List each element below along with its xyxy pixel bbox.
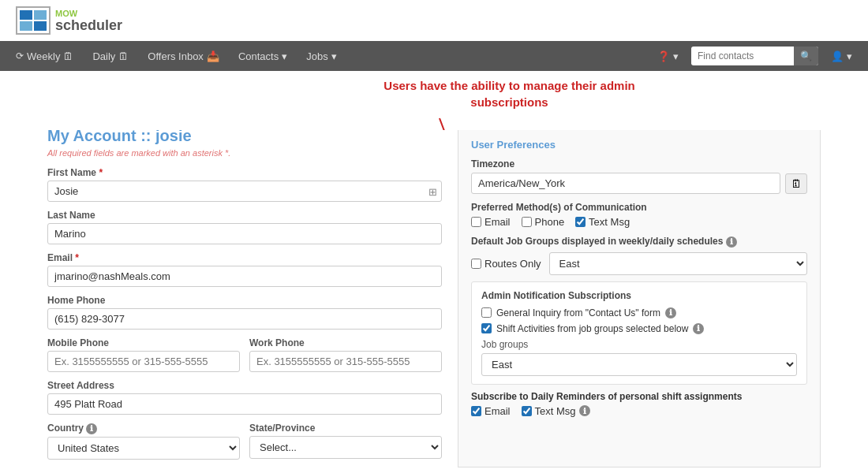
street-input[interactable] [47,393,442,415]
inbox-icon: 📥 [207,50,219,62]
daily-textmsg-label[interactable]: Text Msg ℹ [522,405,590,417]
first-name-input-wrap: ⊞ [47,181,442,202]
search-button[interactable]: 🔍 [794,47,818,65]
mobile-phone-input[interactable] [47,351,240,372]
shift-activities-info-icon[interactable]: ℹ [693,323,704,334]
last-name-input[interactable] [47,223,442,244]
logo-bar: MOW scheduler [0,0,868,41]
nav-item-contacts[interactable]: Contacts ▾ [230,46,295,67]
daily-textmsg-info-icon[interactable]: ℹ [579,405,590,416]
email-label: Email * [47,252,442,263]
daily-textmsg-checkbox[interactable] [522,406,532,416]
email-input[interactable] [47,266,442,287]
comm-label: Preferred Method(s) of Communication [471,202,807,213]
job-groups-sub-select[interactable]: East [481,353,797,376]
logo-text: MOW scheduler [55,9,122,32]
timezone-label: Timezone [471,158,807,169]
country-select[interactable]: United States [47,437,240,460]
search-input[interactable] [691,47,794,65]
daily-email-label[interactable]: Email [471,405,511,417]
email-group: Email * [47,252,442,287]
shift-activities-checkbox[interactable] [481,323,492,333]
chevron-down-icon: ▾ [331,50,337,62]
nav-jobs-label: Jobs [306,50,327,62]
required-note: All required fields are marked with an a… [47,148,442,158]
logo-mow-text: MOW [55,9,122,18]
comm-textmsg-checkbox[interactable] [575,217,586,227]
shift-activities-row: Shift Activities from job groups selecte… [481,323,797,334]
home-phone-group: Home Phone [47,295,442,330]
nav-item-jobs[interactable]: Jobs ▾ [298,46,344,67]
logo-cell [34,21,47,31]
comm-phone-label[interactable]: Phone [522,216,565,228]
home-phone-input[interactable] [47,308,442,330]
state-select[interactable]: Select... [249,436,442,459]
daily-calendar-icon: 🗓 [118,50,129,62]
logo-cell [20,10,32,20]
timezone-edit-button[interactable]: 🗓 [785,173,807,194]
daily-email-checkbox[interactable] [471,406,481,416]
user-menu-button[interactable]: 👤 ▾ [823,46,860,67]
job-groups-row: Routes Only East [471,252,807,275]
phone-row: Mobile Phone Work Phone [47,337,442,380]
edit-icon: ⊞ [428,185,437,197]
comm-textmsg-label[interactable]: Text Msg [575,216,630,228]
user-icon: 👤 [831,50,844,62]
country-label: Country ℹ [47,423,240,434]
logo-cell [20,21,32,31]
job-group-select[interactable]: East [549,252,807,275]
nav-right: ❓ ▾ 🔍 👤 ▾ [649,46,860,67]
daily-reminder-row: Subscribe to Daily Reminders of personal… [471,391,807,402]
annotation-line1: Users have the ability to manage their a… [383,77,634,94]
timezone-input[interactable] [471,173,780,194]
daily-comm-row: Email Text Msg ℹ [471,405,807,417]
nav-weekly-label: Weekly [27,50,60,62]
first-name-group: First Name * ⊞ [47,167,442,202]
comm-email-checkbox[interactable] [471,217,481,227]
admin-notif-title: Admin Notification Subscriptions [481,290,797,301]
general-inquiry-row: General Inquiry from "Contact Us" form ℹ [481,307,797,318]
right-panel: User Preferences Timezone 🗓 Preferred Me… [458,127,821,467]
nav-contacts-label: Contacts [238,50,279,62]
nav-item-weekly[interactable]: ⟳ Weekly 🗓 [8,46,81,67]
help-button[interactable]: ❓ ▾ [649,46,687,67]
search-box: 🔍 [691,47,818,65]
street-label: Street Address [47,380,442,391]
mobile-phone-label: Mobile Phone [47,337,240,348]
home-phone-label: Home Phone [47,295,442,306]
country-group: Country ℹ United States [47,423,240,460]
work-phone-label: Work Phone [249,337,442,348]
general-inquiry-info-icon[interactable]: ℹ [665,307,676,318]
calendar-icon: 🗓 [63,50,73,62]
logo-icon [16,6,51,35]
general-inquiry-checkbox[interactable] [481,307,492,318]
nav-offers-label: Offers Inbox [148,50,204,62]
routes-only-label[interactable]: Routes Only [471,258,541,270]
job-groups-label: Default Job Groups displayed in weekly/d… [471,236,807,248]
chevron-down-icon: ▾ [282,50,287,62]
job-groups-sub-label: Job groups [481,339,797,350]
annotation-area: Users have the ability to manage their a… [0,71,868,130]
first-name-input[interactable] [47,181,442,202]
timezone-row: 🗓 [471,173,807,194]
job-groups-sub-section: Job groups East [481,339,797,376]
last-name-label: Last Name [47,210,442,221]
country-state-row: Country ℹ United States State/Province S… [47,423,442,467]
routes-only-checkbox[interactable] [471,259,481,269]
first-name-label: First Name * [47,167,442,178]
job-groups-info-icon[interactable]: ℹ [726,236,737,248]
comm-phone-checkbox[interactable] [522,217,532,227]
last-name-group: Last Name [47,210,442,244]
country-info-icon[interactable]: ℹ [86,423,97,434]
comm-email-label[interactable]: Email [471,216,511,228]
nav-item-offers[interactable]: Offers Inbox 📥 [140,46,227,67]
work-phone-input[interactable] [249,351,442,372]
main-content: My Account :: josie All required fields … [0,122,868,473]
admin-notif-section: Admin Notification Subscriptions General… [471,281,807,385]
chevron-down-icon: ▾ [673,50,679,62]
nav-item-daily[interactable]: Daily 🗓 [84,46,137,67]
work-phone-group: Work Phone [249,337,442,372]
annotation-line2: subscriptions [383,94,634,110]
logo-scheduler-text: scheduler [55,18,122,32]
nav-bar: ⟳ Weekly 🗓 Daily 🗓 Offers Inbox 📥 Contac… [0,41,868,71]
